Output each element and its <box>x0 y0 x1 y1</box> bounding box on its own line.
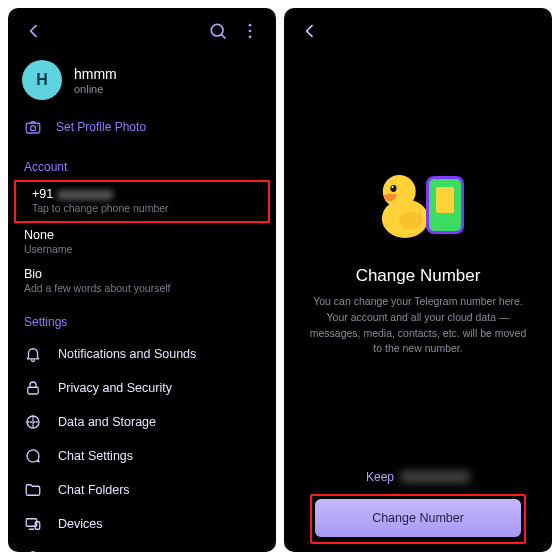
avatar: H <box>22 60 62 100</box>
settings-list: Notifications and Sounds Privacy and Sec… <box>8 335 276 552</box>
highlight-cta: Change Number <box>310 494 526 544</box>
bio-hint: Add a few words about yourself <box>24 282 260 294</box>
svg-point-16 <box>399 212 422 229</box>
svg-rect-7 <box>28 387 39 394</box>
svg-point-2 <box>249 30 252 33</box>
svg-point-15 <box>392 186 394 188</box>
change-number-description: You can change your Telegram number here… <box>308 294 528 357</box>
highlight-phone-row: +91 Tap to change phone number <box>14 180 270 223</box>
phone-number-value: +91 <box>32 187 252 201</box>
settings-row-data[interactable]: Data and Storage <box>8 405 276 439</box>
phone-number-hint: Tap to change phone number <box>32 202 252 214</box>
globe-icon <box>24 549 42 552</box>
profile-header[interactable]: H hmmm online <box>8 54 276 108</box>
svg-rect-4 <box>26 123 40 133</box>
username-value: None <box>24 228 260 242</box>
svg-point-14 <box>390 185 396 192</box>
svg-point-5 <box>30 126 35 131</box>
settings-row-privacy[interactable]: Privacy and Security <box>8 371 276 405</box>
keep-label: Keep <box>366 470 394 484</box>
svg-point-0 <box>211 24 223 36</box>
set-profile-photo[interactable]: Set Profile Photo <box>8 108 276 146</box>
phone-number-row[interactable]: +91 Tap to change phone number <box>16 182 268 221</box>
svg-point-3 <box>249 36 252 39</box>
lock-icon <box>24 379 42 397</box>
settings-section-header: Settings <box>8 301 276 335</box>
svg-rect-10 <box>35 522 40 530</box>
settings-row-language[interactable]: Language <box>8 541 276 552</box>
folder-icon <box>24 481 42 499</box>
change-number-screen: Change Number You can change your Telegr… <box>284 8 552 552</box>
username-hint: Username <box>24 243 260 255</box>
keep-number-link[interactable]: Keep <box>366 470 470 494</box>
svg-point-6 <box>37 125 38 126</box>
phone-number-redacted <box>57 190 113 200</box>
settings-row-label: Privacy and Security <box>58 381 172 395</box>
settings-row-label: Devices <box>58 517 102 531</box>
svg-point-13 <box>383 175 416 208</box>
change-number-illustration <box>372 164 464 248</box>
settings-row-label: Chat Settings <box>58 449 133 463</box>
keep-number-redacted <box>400 471 470 483</box>
top-bar <box>8 8 276 54</box>
settings-row-label: Chat Folders <box>58 483 130 497</box>
chat-icon <box>24 447 42 465</box>
settings-row-notifications[interactable]: Notifications and Sounds <box>8 337 276 371</box>
camera-icon <box>24 118 42 136</box>
data-icon <box>24 413 42 431</box>
svg-point-1 <box>249 24 252 27</box>
back-button[interactable] <box>294 15 326 47</box>
arrow-left-icon <box>24 21 44 41</box>
username-row[interactable]: None Username <box>8 223 276 262</box>
bell-icon <box>24 345 42 363</box>
search-icon <box>208 21 228 41</box>
settings-row-chat-folders[interactable]: Chat Folders <box>8 473 276 507</box>
arrow-left-icon <box>300 21 320 41</box>
overflow-menu-button[interactable] <box>234 15 266 47</box>
account-section-header: Account <box>8 146 276 180</box>
settings-row-label: Notifications and Sounds <box>58 347 196 361</box>
more-vertical-icon <box>240 21 260 41</box>
bio-value: Bio <box>24 267 260 281</box>
profile-status: online <box>74 83 117 95</box>
settings-row-label: Language <box>58 551 114 552</box>
sim-phone-icon <box>426 176 464 234</box>
profile-name: hmmm <box>74 66 117 82</box>
devices-icon <box>24 515 42 533</box>
set-profile-photo-label: Set Profile Photo <box>56 120 146 134</box>
settings-row-devices[interactable]: Devices <box>8 507 276 541</box>
settings-row-label: Data and Storage <box>58 415 156 429</box>
change-number-title: Change Number <box>356 266 481 286</box>
back-button[interactable] <box>18 15 50 47</box>
settings-screen: H hmmm online Set Profile Photo Account … <box>8 8 276 552</box>
bio-row[interactable]: Bio Add a few words about yourself <box>8 262 276 301</box>
top-bar <box>284 8 552 54</box>
search-button[interactable] <box>202 15 234 47</box>
settings-row-chat-settings[interactable]: Chat Settings <box>8 439 276 473</box>
change-number-button[interactable]: Change Number <box>315 499 521 537</box>
